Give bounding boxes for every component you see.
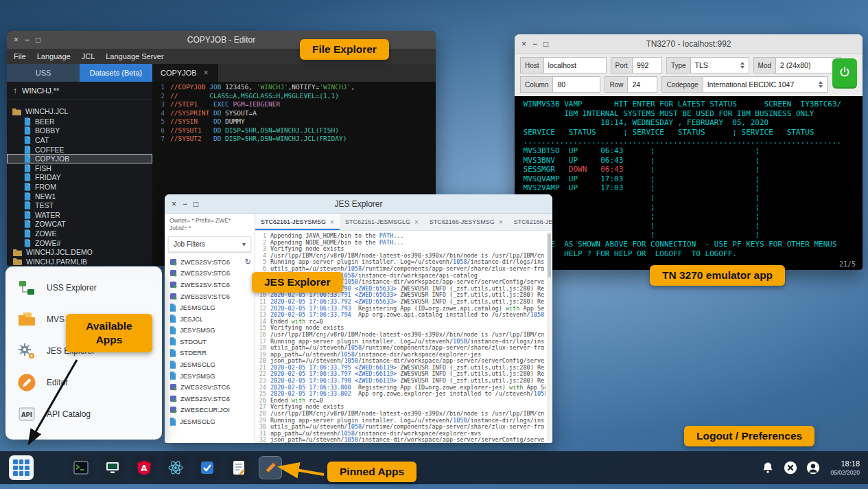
spool-file-jesmsglg[interactable]: JESMSGLG [165, 302, 255, 313]
start-menu-button[interactable] [9, 455, 34, 480]
tab-label: STC62166-JESYSMSG [430, 218, 495, 225]
tree-item-beer[interactable]: BEER [7, 117, 152, 126]
close-tab-icon[interactable]: × [499, 218, 503, 226]
minimize-icon[interactable]: − [25, 36, 30, 44]
column-input[interactable] [552, 76, 600, 93]
owner-prefix-text: Owner= * Prefix= ZWE* [169, 217, 250, 225]
job-item-zwes2sv-stc6[interactable]: ZWES2SV:STC6 [165, 268, 255, 280]
maximize-icon[interactable]: □ [36, 36, 40, 44]
spool-file-stdout[interactable]: STDOUT [165, 336, 255, 348]
tn3270-titlebar[interactable]: × − □ TN3270 - localhost:992 [515, 34, 863, 54]
job-item-label: JESYSMSG [180, 326, 215, 334]
tab-stc62166-jesm[interactable]: STC62166-JESM [508, 214, 552, 230]
job-item-zwesecur-joi[interactable]: ZWESECUR:JOI [165, 405, 255, 416]
tree-item-water[interactable]: WATER [7, 210, 152, 220]
tree-item-test[interactable]: TEST [7, 201, 152, 210]
close-tab-icon[interactable]: × [414, 218, 419, 226]
job-filters-dropdown[interactable]: Job Filters ▾ [168, 236, 251, 252]
spool-file-jesmsglg[interactable]: JESMSGLG [165, 416, 255, 427]
tree-item-fish[interactable]: FISH [7, 163, 152, 173]
tree-item-label: FISH [35, 164, 51, 172]
launcher-item-api-catalog[interactable]: APIAPI Catalog [5, 398, 162, 430]
close-icon[interactable]: × [521, 40, 526, 48]
jes-titlebar[interactable]: × − □ JES Explorer [165, 194, 552, 214]
tasks-app-icon[interactable] [196, 456, 219, 479]
mod-select[interactable]: 2 (24x80) [775, 57, 841, 73]
tree-item-cat[interactable]: CAT [7, 135, 152, 145]
close-icon[interactable]: × [14, 36, 19, 44]
tree-folder-winchj-parmlib[interactable]: WINCHJ.PARMLIB [7, 257, 152, 266]
type-select[interactable]: TLS [690, 57, 749, 73]
app-launcher-panel: USS ExplorerMVS ExplorerJES ExplorerEdit… [5, 266, 162, 440]
log-line: 252020-02-05 17:06:33.802 App org.zowe.e… [257, 391, 546, 398]
spool-file-jesysmsg[interactable]: JESYSMSG [165, 370, 255, 382]
tree-item-zowcat[interactable]: ZOWCAT [7, 220, 152, 229]
refresh-icon[interactable]: ↻ [245, 258, 251, 266]
maximize-icon[interactable]: □ [193, 200, 198, 208]
tree-folder-winchj-jcl[interactable]: WINCHJ.JCL [7, 105, 152, 117]
menu-language[interactable]: Language [37, 52, 71, 60]
user-preferences-icon[interactable] [805, 459, 821, 476]
notes-app-icon[interactable] [227, 456, 250, 479]
job-icon [169, 281, 177, 288]
tree-item-coffee[interactable]: COFFEE [7, 145, 152, 155]
launcher-item-editor[interactable]: Editor [5, 367, 162, 398]
job-item-zwes2sv-stc6[interactable]: ZWES2SV:STC6↻ [165, 256, 255, 268]
maximize-icon[interactable]: □ [543, 40, 548, 48]
job-item-zwes2sv-stc6[interactable]: ZWES2SV:STC6 [165, 381, 255, 393]
tn3270-terminal[interactable]: WINMVS3B VAMP HIT ENTER FOR LATEST STATU… [515, 96, 863, 270]
spool-file-jesysmsg[interactable]: JESYSMSG [165, 325, 255, 337]
close-tab-icon[interactable]: × [204, 68, 209, 78]
job-item-label: ZWES2SV:STC6 [180, 281, 230, 288]
spool-file-jesmsglg[interactable]: JESMSGLG [165, 359, 255, 370]
launcher-item-uss-explorer[interactable]: USS Explorer [5, 272, 162, 304]
tab-stc62161-jesmsglg[interactable]: STC62161-JESMSGLG× [340, 214, 424, 230]
minimize-icon[interactable]: − [183, 200, 187, 208]
terminal-line: SERVICE AS SHOWN ABOVE FOR CONNECTION - … [519, 240, 858, 249]
menu-language-server[interactable]: Language Server [106, 52, 163, 60]
file-icon [169, 361, 176, 369]
tree-item-bobby[interactable]: BOBBY [7, 126, 152, 136]
row-input[interactable] [627, 76, 657, 93]
spool-file-stderr[interactable]: STDERR [165, 348, 255, 359]
dataset-filter[interactable]: ↑ WINCHJ.** [7, 82, 152, 100]
job-item-zwes2sv-stc6[interactable]: ZWES2SV:STC6 [165, 291, 255, 302]
terminal-line: MVS3BNV UP 06:43 ¦ ¦ [519, 156, 858, 166]
tree-item-zowe[interactable]: ZOWE [7, 229, 152, 238]
file-tab-copyjob[interactable]: COPYJOB × [152, 64, 218, 82]
tree-item-copyjob[interactable]: COPYJOB [7, 154, 152, 163]
scrollbar[interactable] [547, 232, 552, 442]
spool-file-jesjcl[interactable]: JESJCL [165, 313, 255, 325]
scrollbar-thumb[interactable] [548, 234, 551, 277]
minimize-icon[interactable]: − [532, 40, 537, 48]
close-icon[interactable]: × [172, 200, 176, 208]
terminal-app-icon[interactable] [69, 456, 93, 479]
port-input[interactable] [632, 57, 662, 73]
menu-jcl[interactable]: JCL [82, 52, 95, 60]
codepage-select[interactable]: International EBCDIC 1047 [703, 76, 828, 93]
react-app-icon[interactable] [164, 456, 187, 479]
tab-datasets-beta[interactable]: Datasets (Beta) [80, 64, 152, 82]
editor-pencil-icon[interactable] [259, 456, 282, 479]
terminal-line: 18:14, WEDNESDAY , FEBRUARY 05, 2020 [519, 118, 858, 128]
tab-uss[interactable]: USS [7, 64, 80, 82]
job-item-zwes2sv-stc6[interactable]: ZWES2SV:STC6 [165, 393, 255, 405]
tab-stc62161-jesysmsg[interactable]: STC62161-JESYSMSG× [255, 214, 340, 230]
connect-power-button[interactable] [832, 58, 857, 89]
job-item-label: ZWESECUR:JOI [180, 406, 230, 413]
angular-app-icon[interactable]: A [132, 456, 156, 479]
logout-icon[interactable] [782, 459, 799, 476]
notifications-icon[interactable] [760, 459, 776, 476]
tree-item-friday[interactable]: FRIDAY [7, 173, 152, 183]
menu-file[interactable]: File [14, 52, 26, 60]
job-item-zwes2sv-stc6[interactable]: ZWES2SV:STC6 [165, 279, 255, 291]
tree-item-new1[interactable]: NEW1 [7, 192, 152, 201]
tree-item-from[interactable]: FROM [7, 182, 152, 192]
tab-stc62166-jesysmsg[interactable]: STC62166-JESYSMSG× [424, 214, 508, 230]
host-input[interactable] [543, 57, 607, 73]
close-tab-icon[interactable]: × [330, 218, 334, 226]
tree-folder-winchj-jcl-demo[interactable]: WINCHJ.JCL.DEMO [7, 247, 152, 257]
spool-content-viewer[interactable]: 1Appending JAVA_HOME/bin to the PATH...2… [255, 231, 552, 443]
tn3270-app-icon[interactable] [101, 456, 124, 479]
tree-item-zowe[interactable]: ZOWE# [7, 238, 152, 248]
